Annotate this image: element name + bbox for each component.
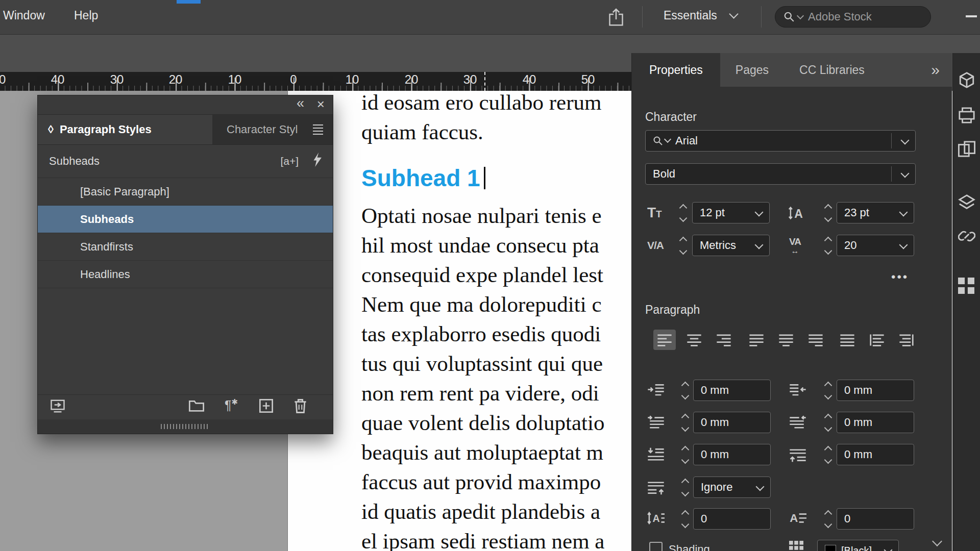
body-line: quae volent delis doluptatio — [361, 408, 605, 438]
links-panel-icon[interactable] — [958, 228, 975, 247]
panel-toolbar: ¶✱ — [38, 394, 333, 419]
menubar-divider — [642, 6, 643, 28]
add-style-icon[interactable]: [a+] — [280, 155, 299, 167]
paragraph-styles-panel: « × ◊ Paragraph Styles Character Styl Su… — [37, 95, 333, 434]
create-new-style-icon[interactable] — [259, 399, 273, 416]
last-line-indent-icon — [789, 415, 806, 431]
first-line-indent-field[interactable]: 0 mm — [693, 412, 771, 433]
font-size-stepper[interactable] — [677, 202, 689, 223]
drag-handle[interactable] — [161, 424, 210, 429]
justify-last-center-button[interactable] — [775, 330, 797, 350]
last-line-indent-stepper[interactable] — [822, 412, 834, 433]
space-after-icon — [789, 447, 806, 463]
chevron-down-icon — [901, 136, 910, 145]
ruler-label: 20 — [169, 72, 183, 87]
panel-menu-icon[interactable] — [303, 115, 333, 144]
style-row-basic-paragraph[interactable]: [Basic Paragraph] — [38, 178, 333, 206]
justify-last-left-button[interactable] — [745, 330, 768, 350]
lightning-icon[interactable] — [313, 153, 322, 170]
swatches-panel-icon[interactable] — [958, 278, 974, 296]
kerning-stepper[interactable] — [677, 235, 689, 256]
first-line-indent-stepper[interactable] — [679, 412, 691, 433]
scroll-down-icon[interactable] — [932, 536, 942, 546]
style-row-headlines[interactable]: Headlines — [38, 261, 333, 288]
justify-last-right-button[interactable] — [804, 330, 827, 350]
kerning-field[interactable]: Metrics — [692, 235, 770, 256]
shading-color-select[interactable]: [Black] — [817, 540, 899, 551]
tab-character-styles[interactable]: Character Styl — [212, 115, 303, 144]
current-style-row: Subheads [a+] — [38, 145, 333, 178]
right-indent-field[interactable]: 0 mm — [837, 380, 914, 401]
space-after-stepper[interactable] — [822, 444, 834, 465]
subhead-text[interactable]: Subhead 1 — [361, 163, 605, 193]
ruler-label: 40 — [523, 72, 536, 87]
tab-paragraph-styles[interactable]: ◊ Paragraph Styles — [38, 115, 212, 144]
body-line: el ipsam sedi restiam nem a — [361, 527, 605, 551]
document-text[interactable]: id eosam ero cullabo rerum quiam faccus.… — [361, 88, 605, 551]
more-panels-icon[interactable]: » — [931, 53, 952, 87]
space-before-stepper[interactable] — [679, 444, 691, 465]
menu-help[interactable]: Help — [74, 9, 98, 22]
drop-cap-characters-field[interactable]: 0 — [837, 508, 914, 530]
folder-icon[interactable] — [189, 399, 204, 415]
left-indent-stepper[interactable] — [679, 380, 691, 401]
font-family-select[interactable]: Arial — [645, 130, 916, 152]
printer-icon[interactable] — [958, 107, 975, 126]
search-icon — [653, 136, 663, 146]
font-style-select[interactable]: Bold — [645, 163, 916, 185]
workspace-switcher[interactable]: Essentials — [664, 9, 737, 22]
last-line-indent-field[interactable]: 0 mm — [837, 412, 914, 433]
pages-panel-icon[interactable] — [958, 141, 975, 159]
drop-cap-lines-field[interactable]: 0 — [693, 508, 771, 530]
leading-field[interactable]: 23 pt — [837, 202, 914, 223]
left-indent-field[interactable]: 0 mm — [693, 380, 771, 401]
shading-grid-icon — [789, 541, 803, 551]
left-indent-icon — [647, 383, 665, 398]
layers-panel-icon[interactable] — [958, 194, 975, 213]
share-icon[interactable] — [608, 7, 624, 30]
chevron-down-icon — [899, 241, 908, 249]
align-away-spine-button[interactable] — [895, 330, 918, 350]
tab-pages[interactable]: Pages — [720, 53, 784, 87]
close-icon[interactable]: × — [317, 96, 325, 112]
style-row-standfirsts[interactable]: Standfirsts — [38, 233, 333, 261]
shading-checkbox[interactable] — [649, 542, 663, 551]
tracking-stepper[interactable] — [822, 235, 834, 256]
panel-resize-strip[interactable] — [38, 419, 333, 434]
clear-overrides-icon[interactable]: ¶✱ — [225, 397, 238, 413]
align-towards-spine-button[interactable] — [866, 330, 888, 350]
panel-titlebar[interactable]: « × — [38, 95, 333, 115]
space-before-field[interactable]: 0 mm — [693, 444, 771, 465]
drop-cap-characters-stepper[interactable] — [822, 508, 834, 530]
ruler-label: 50 — [0, 72, 6, 87]
right-indent-stepper[interactable] — [822, 380, 834, 401]
horizontal-ruler[interactable]: 50 40 30 20 10 0 10 20 30 40 50 — [0, 72, 631, 91]
first-line-indent-icon — [647, 415, 665, 431]
font-size-field[interactable]: 12 pt — [692, 202, 770, 223]
justify-all-button[interactable] — [836, 330, 859, 350]
adobe-stock-search-input[interactable]: Adobe Stock — [775, 6, 931, 28]
style-row-subheads[interactable]: Subheads — [38, 206, 333, 233]
space-after-field[interactable]: 0 mm — [837, 444, 914, 465]
align-center-button[interactable] — [683, 330, 705, 350]
align-right-button[interactable] — [713, 330, 735, 350]
chevron-down-icon — [797, 12, 804, 19]
delete-style-icon[interactable] — [294, 399, 307, 416]
leading-stepper[interactable] — [822, 202, 834, 223]
text-cursor — [484, 167, 485, 189]
more-options-icon[interactable]: ••• — [891, 270, 909, 284]
publish-icon[interactable] — [958, 71, 975, 91]
menu-window[interactable]: Window — [3, 9, 45, 22]
space-same-style-select[interactable]: Ignore — [693, 477, 771, 498]
align-left-button[interactable] — [653, 330, 676, 350]
minimize-icon[interactable] — [966, 15, 977, 17]
space-same-style-stepper[interactable] — [679, 477, 691, 498]
svg-text:A: A — [790, 512, 798, 524]
chevron-down-icon — [755, 208, 764, 217]
collapse-panel-icon[interactable]: « — [297, 95, 304, 111]
style-group-icon[interactable] — [50, 399, 65, 416]
tab-properties[interactable]: Properties — [632, 53, 720, 87]
tab-cc-libraries[interactable]: CC Libraries — [784, 53, 880, 87]
tracking-field[interactable]: 20 — [837, 235, 914, 256]
drop-cap-lines-stepper[interactable] — [679, 508, 691, 530]
